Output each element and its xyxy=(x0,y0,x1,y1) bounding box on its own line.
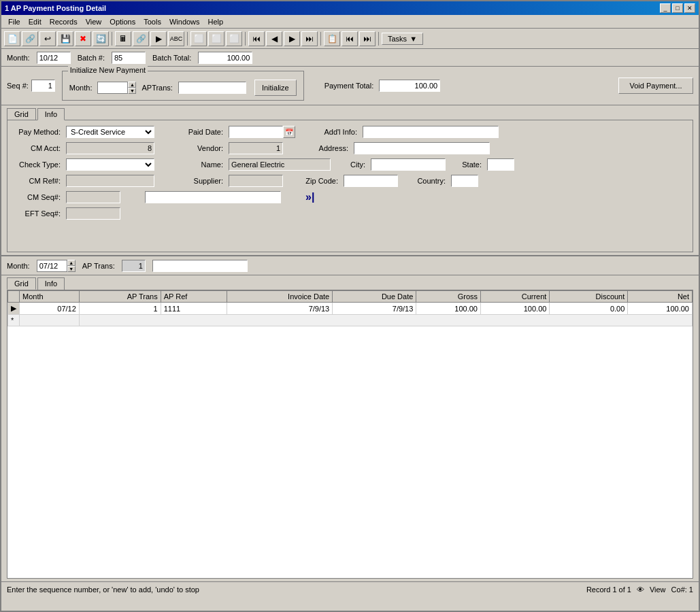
tb-play[interactable]: ▶ xyxy=(150,31,167,46)
cm-acct-label: CM Acct: xyxy=(13,144,61,152)
info-row3: Check Type: Name: City: State: xyxy=(13,158,687,171)
tab-info-upper[interactable]: Info xyxy=(37,108,65,120)
payment-section: Seq #: Initialize New Payment Month: ▲ ▼… xyxy=(1,67,699,105)
pay-method-select[interactable]: S-Credit Service xyxy=(66,126,154,138)
tb-print-last[interactable]: ⏭ xyxy=(359,31,376,46)
menu-help[interactable]: Help xyxy=(204,16,228,27)
vendor-label: Vendor: xyxy=(179,144,223,152)
menu-edit[interactable]: Edit xyxy=(24,16,46,27)
tab-info-lower[interactable]: Info xyxy=(37,277,65,290)
view-label: View xyxy=(650,585,666,594)
tb-next[interactable]: ▶ xyxy=(284,31,300,46)
cell-gross: 100.00 xyxy=(416,303,481,315)
tb-rect3[interactable]: ⬜ xyxy=(226,31,242,46)
minimize-button[interactable]: _ xyxy=(660,3,671,13)
forward-button[interactable]: »| xyxy=(305,191,314,203)
country-label: Country: xyxy=(412,177,446,185)
init-month-up[interactable]: ▲ xyxy=(128,82,136,88)
tb-prev[interactable]: ◀ xyxy=(266,31,282,46)
tasks-button[interactable]: Tasks ▼ xyxy=(382,33,423,45)
tb-rect2[interactable]: ⬜ xyxy=(208,31,224,46)
menu-file[interactable]: File xyxy=(4,16,24,27)
address-input[interactable] xyxy=(354,142,490,154)
cm-ref-input xyxy=(66,175,154,187)
supplier-label: Supplier: xyxy=(179,177,223,185)
menu-records[interactable]: Records xyxy=(46,16,82,27)
tb-refresh[interactable]: 🔄 xyxy=(93,31,109,46)
cell-current: 100.00 xyxy=(481,303,550,315)
addl-info-input[interactable] xyxy=(363,126,499,138)
aptrans-input[interactable] xyxy=(178,82,246,94)
main-window: 1 AP Payment Posting Detail _ □ ✕ File E… xyxy=(0,0,700,612)
init-month-down[interactable]: ▼ xyxy=(128,88,136,94)
name-label: Name: xyxy=(179,160,223,169)
ap-trans-input[interactable] xyxy=(122,260,146,272)
new-row[interactable]: * xyxy=(8,315,693,326)
menu-windows[interactable]: Windows xyxy=(165,16,204,27)
check-type-select[interactable] xyxy=(66,158,154,171)
tb-link[interactable]: 🔗 xyxy=(22,31,38,46)
vendor-input xyxy=(229,142,283,154)
batch-num-input[interactable] xyxy=(112,52,146,64)
col-month: Month xyxy=(20,291,80,303)
zip-input[interactable] xyxy=(344,175,398,187)
name-input xyxy=(229,158,331,171)
tab-grid-lower[interactable]: Grid xyxy=(7,277,36,290)
paid-date-group: 📅 xyxy=(229,126,295,138)
seq-input[interactable] xyxy=(31,80,55,92)
lower-month-down[interactable]: ▼ xyxy=(67,266,76,272)
void-payment-button[interactable]: Void Payment... xyxy=(618,78,693,94)
lower-month-group: ▲ ▼ xyxy=(37,260,76,272)
paid-date-input[interactable] xyxy=(229,126,283,138)
init-month-spin: ▲ ▼ xyxy=(128,82,136,94)
info-row1: Pay Method: S-Credit Service Paid Date: … xyxy=(13,126,687,138)
new-row-indicator: * xyxy=(8,315,20,326)
batch-num-label: Batch #: xyxy=(78,54,105,62)
cell-ap-trans: 1 xyxy=(79,303,161,315)
state-input[interactable] xyxy=(487,158,514,171)
payment-total-input[interactable] xyxy=(379,80,440,92)
col-ap-trans: AP Trans xyxy=(79,291,161,303)
address-label: Address: xyxy=(311,144,348,152)
tb-print[interactable]: 📋 xyxy=(324,31,340,46)
tasks-arrow: ▼ xyxy=(410,35,417,43)
city-input[interactable] xyxy=(371,158,446,171)
tb-last[interactable]: ⏭ xyxy=(301,31,318,46)
extra-input[interactable] xyxy=(145,191,281,203)
tb-delete[interactable]: ✖ xyxy=(75,31,91,46)
paid-date-label: Paid Date: xyxy=(179,128,223,136)
cm-seq-input xyxy=(66,191,120,203)
close-button[interactable]: ✕ xyxy=(684,3,695,13)
init-inner: Month: ▲ ▼ APTrans: Initialize xyxy=(69,80,297,96)
info-row6: EFT Seq#: xyxy=(13,207,687,220)
paid-date-cal[interactable]: 📅 xyxy=(283,126,295,138)
lower-extra-input[interactable] xyxy=(152,260,248,272)
month-input[interactable] xyxy=(37,52,71,64)
tb-first[interactable]: ⏮ xyxy=(248,31,265,46)
tb-link2[interactable]: 🔗 xyxy=(133,31,149,46)
table-row[interactable]: ▶ 07/12 1 1111 7/9/13 7/9/13 100.00 100.… xyxy=(8,303,693,315)
lower-month-up[interactable]: ▲ xyxy=(67,260,76,266)
tb-back[interactable]: ↩ xyxy=(39,31,56,46)
country-input[interactable] xyxy=(451,175,478,187)
batch-total-input[interactable] xyxy=(198,52,252,64)
maximize-button[interactable]: □ xyxy=(672,3,683,13)
col-gross: Gross xyxy=(416,291,481,303)
seq-group: Seq #: xyxy=(7,80,55,92)
tb-save[interactable]: 💾 xyxy=(57,31,73,46)
grid-container: Month AP Trans AP Ref Invoice Date Due D… xyxy=(7,290,693,579)
init-month-input[interactable] xyxy=(97,82,128,94)
menu-options[interactable]: Options xyxy=(105,16,139,27)
tb-print-first[interactable]: ⏮ xyxy=(341,31,358,46)
tb-abc[interactable]: ABC xyxy=(168,31,184,46)
initialize-button[interactable]: Initialize xyxy=(254,80,297,96)
tb-rect1[interactable]: ⬜ xyxy=(190,31,207,46)
tb-new[interactable]: 📄 xyxy=(4,31,20,46)
menu-tools[interactable]: Tools xyxy=(139,16,165,27)
tb-calc[interactable]: 🖩 xyxy=(115,31,131,46)
tab-grid-upper[interactable]: Grid xyxy=(7,108,36,120)
city-label: City: xyxy=(348,160,365,169)
lower-month-input[interactable] xyxy=(37,260,67,272)
menu-view[interactable]: View xyxy=(82,16,106,27)
cm-seq-label: CM Seq#: xyxy=(13,193,61,201)
